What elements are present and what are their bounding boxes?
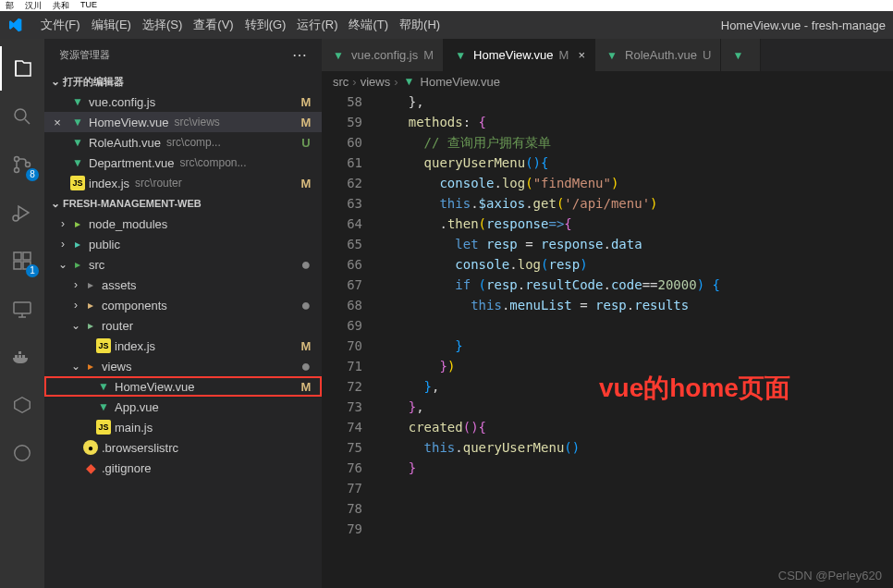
tab-bar: ▼vue.config.jsM▼HomeView.vueM×▼RoleAuth.… <box>322 39 893 71</box>
git-status: M <box>298 116 314 129</box>
watermark: CSDN @Perley620 <box>778 569 882 582</box>
menu-7[interactable]: 帮助(H) <box>394 17 446 33</box>
folder-assets-icon: ▸ <box>83 277 98 292</box>
editor-tab[interactable]: ▼vue.config.jsM <box>322 39 444 71</box>
svg-rect-11 <box>18 355 21 358</box>
sidebar-more-icon[interactable]: ⋯ <box>292 46 307 64</box>
tree-item[interactable]: ›▸components● <box>44 295 322 315</box>
close-icon[interactable]: × <box>578 48 585 62</box>
svg-rect-5 <box>14 252 21 260</box>
tree-item[interactable]: ⌄▸src● <box>44 254 322 275</box>
open-editor-item[interactable]: ▼Department.vuesrc\compon... <box>44 153 322 173</box>
open-editor-item[interactable]: ▼vue.config.jsM <box>44 92 322 112</box>
ab-search[interactable] <box>0 94 44 139</box>
editor-tab[interactable]: ▼RoleAuth.vueU <box>595 39 721 71</box>
chevron-icon: ⌄ <box>68 319 83 332</box>
svg-point-14 <box>15 446 31 461</box>
svg-rect-9 <box>14 302 31 313</box>
menu-0[interactable]: 文件(F) <box>35 17 86 33</box>
svg-rect-13 <box>18 351 21 354</box>
menu-5[interactable]: 运行(R) <box>291 17 343 33</box>
tree-item[interactable]: JSindex.jsM <box>44 336 322 356</box>
ab-item-1[interactable] <box>0 383 44 427</box>
open-editor-item[interactable]: ×▼HomeView.vuesrc\viewsM <box>44 112 322 132</box>
ab-debug[interactable] <box>0 190 44 235</box>
vue-icon: ▼ <box>730 48 745 63</box>
vue-icon: ▼ <box>70 94 85 109</box>
folder-public-icon: ▸ <box>70 237 85 251</box>
modified-dot: ● <box>298 361 314 371</box>
tree-item[interactable]: ⌄▸router <box>44 315 322 336</box>
svg-point-1 <box>15 157 19 162</box>
vue-icon: ▼ <box>70 115 85 129</box>
editor-tab[interactable]: ▼ <box>721 39 761 71</box>
open-editor-item[interactable]: ▼RoleAuth.vuesrc\comp...U <box>44 132 322 153</box>
menu-6[interactable]: 终端(T) <box>343 17 394 33</box>
menu-2[interactable]: 选择(S) <box>137 17 188 33</box>
tree-item[interactable]: ●.browserslistrc <box>44 437 322 458</box>
chevron-down-icon: ⌄ <box>48 197 63 210</box>
vue-icon: ▼ <box>402 74 417 89</box>
js-icon: JS <box>70 176 85 190</box>
ab-item-2[interactable] <box>0 431 44 475</box>
ab-docker[interactable] <box>0 335 44 379</box>
vue-icon: ▼ <box>96 399 111 414</box>
svg-rect-10 <box>15 355 18 358</box>
tree-item[interactable]: ⌄▸views● <box>44 356 322 376</box>
vue-icon: ▼ <box>70 135 85 150</box>
svg-point-3 <box>26 163 31 167</box>
git-status: M <box>298 95 314 109</box>
sidebar: 资源管理器 ⋯ ⌄ 打开的编辑器 ▼vue.config.jsM×▼HomeVi… <box>44 39 322 588</box>
titlebar: 文件(F)编辑(E)选择(S)查看(V)转到(G)运行(R)终端(T)帮助(H)… <box>0 11 893 39</box>
tree-item[interactable]: ▼App.vue <box>44 397 322 417</box>
vue-icon: ▼ <box>96 379 111 394</box>
svg-rect-6 <box>23 252 31 260</box>
ab-extensions[interactable]: 1 <box>0 239 44 283</box>
chevron-down-icon: ⌄ <box>48 75 63 88</box>
ab-scm[interactable]: 8 <box>0 142 44 187</box>
tree-item[interactable]: ›▸node_modules <box>44 214 322 234</box>
menu-3[interactable]: 查看(V) <box>188 17 239 33</box>
ab-remote[interactable] <box>0 287 44 331</box>
folder-comp-icon: ▸ <box>83 298 98 312</box>
js-icon: JS <box>96 420 111 435</box>
editor-tab[interactable]: ▼HomeView.vueM× <box>444 39 595 71</box>
folder-node-icon: ▸ <box>70 216 85 231</box>
breadcrumb[interactable]: src› views› ▼ HomeView.vue <box>322 71 893 92</box>
vue-icon: ▼ <box>605 48 619 63</box>
git-status: M <box>298 177 314 190</box>
menu-4[interactable]: 转到(G) <box>239 17 292 33</box>
git-status: M <box>298 339 314 353</box>
menu-1[interactable]: 编辑(E) <box>86 17 137 33</box>
js-icon: JS <box>96 338 111 353</box>
open-editor-item[interactable]: JSindex.jssrc\routerM <box>44 173 322 193</box>
chevron-icon: › <box>55 238 70 251</box>
svg-point-4 <box>13 215 18 221</box>
sidebar-title: 资源管理器 <box>59 48 110 62</box>
git-icon: ◆ <box>83 460 98 475</box>
tree-item[interactable]: ›▸assets <box>44 275 322 295</box>
top-strip: 部汉川共和TUE <box>0 0 893 11</box>
svg-rect-12 <box>22 355 25 358</box>
svg-point-2 <box>15 168 19 173</box>
close-icon[interactable]: × <box>44 116 70 129</box>
svg-rect-7 <box>14 262 21 269</box>
tree-item[interactable]: ◆.gitignore <box>44 458 322 478</box>
svg-point-0 <box>15 109 26 120</box>
tree-item[interactable]: ›▸public <box>44 234 322 254</box>
folder-router-icon: ▸ <box>83 318 98 333</box>
vue-icon: ▼ <box>453 48 468 63</box>
git-status: U <box>298 136 314 150</box>
open-editors-header[interactable]: ⌄ 打开的编辑器 <box>44 71 322 92</box>
tree-item[interactable]: JSmain.js <box>44 417 322 437</box>
git-status: M <box>298 380 314 394</box>
modified-dot: ● <box>298 300 314 310</box>
project-header[interactable]: ⌄ FRESH-MANAGEMENT-WEB <box>44 193 322 214</box>
scm-badge: 8 <box>26 168 39 181</box>
code-editor[interactable]: 5859606162636465666768697071727374757677… <box>322 92 893 588</box>
editor-area: ▼vue.config.jsM▼HomeView.vueM×▼RoleAuth.… <box>322 39 893 588</box>
folder-src-icon: ▸ <box>70 257 85 272</box>
tree-item[interactable]: ▼HomeView.vueM <box>44 376 322 397</box>
ab-explorer[interactable] <box>0 46 44 91</box>
chevron-icon: › <box>55 217 70 230</box>
